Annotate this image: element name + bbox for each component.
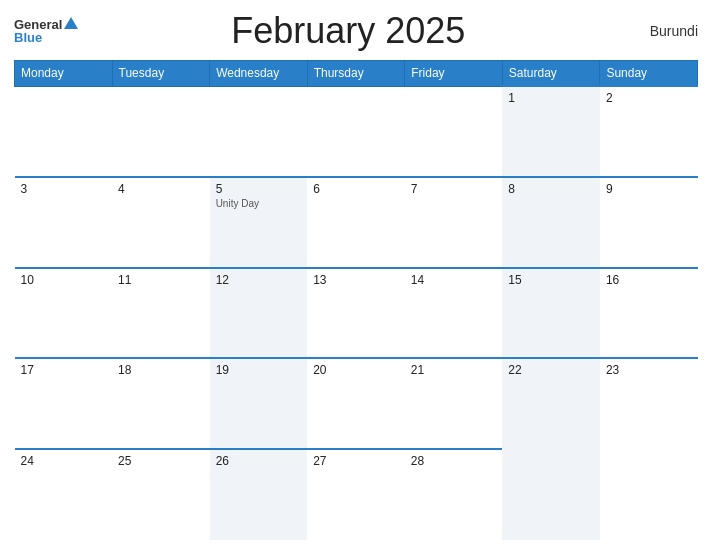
calendar-cell: 18 [112, 358, 210, 449]
calendar-week-row: 10111213141516 [15, 268, 698, 359]
header-saturday: Saturday [502, 61, 600, 87]
country-label: Burundi [618, 23, 698, 39]
logo-blue-text: Blue [14, 31, 42, 44]
holiday-label: Unity Day [216, 198, 302, 209]
calendar-cell: 9 [600, 177, 698, 268]
day-number: 19 [216, 363, 302, 377]
calendar-cell: 26 [210, 449, 308, 540]
calendar-cell: 3 [15, 177, 113, 268]
calendar-cell: 24 [15, 449, 113, 540]
calendar-cell: 14 [405, 268, 503, 359]
calendar-cell: 25 [112, 449, 210, 540]
day-number: 17 [21, 363, 107, 377]
calendar-cell: 28 [405, 449, 503, 540]
calendar-table: Monday Tuesday Wednesday Thursday Friday… [14, 60, 698, 540]
calendar-cell: 23 [600, 358, 698, 449]
calendar-cell: 8 [502, 177, 600, 268]
day-number: 27 [313, 454, 399, 468]
calendar-cell: 12 [210, 268, 308, 359]
calendar-cell: 10 [15, 268, 113, 359]
calendar-cell: 7 [405, 177, 503, 268]
day-number: 13 [313, 273, 399, 287]
header-tuesday: Tuesday [112, 61, 210, 87]
calendar-cell [112, 86, 210, 177]
calendar-cell: 22 [502, 358, 600, 449]
header-friday: Friday [405, 61, 503, 87]
calendar-cell: 11 [112, 268, 210, 359]
calendar-cell: 2 [600, 86, 698, 177]
day-number: 24 [21, 454, 107, 468]
day-number: 5 [216, 182, 302, 196]
calendar-cell: 15 [502, 268, 600, 359]
day-number: 2 [606, 91, 692, 105]
day-number: 1 [508, 91, 594, 105]
calendar-page: General Blue February 2025 Burundi Monda… [0, 0, 712, 550]
day-number: 16 [606, 273, 692, 287]
day-number: 8 [508, 182, 594, 196]
calendar-cell: 27 [307, 449, 405, 540]
day-number: 25 [118, 454, 204, 468]
calendar-cell: 5Unity Day [210, 177, 308, 268]
calendar-week-row: 2425262728 [15, 449, 698, 540]
day-number: 28 [411, 454, 497, 468]
calendar-cell [405, 86, 503, 177]
calendar-cell: 21 [405, 358, 503, 449]
day-number: 23 [606, 363, 692, 377]
day-number: 18 [118, 363, 204, 377]
logo: General Blue [14, 18, 78, 44]
calendar-cell: 19 [210, 358, 308, 449]
calendar-cell: 4 [112, 177, 210, 268]
calendar-cell [307, 86, 405, 177]
day-number: 15 [508, 273, 594, 287]
day-number: 26 [216, 454, 302, 468]
day-number: 6 [313, 182, 399, 196]
calendar-week-row: 345Unity Day6789 [15, 177, 698, 268]
calendar-cell: 13 [307, 268, 405, 359]
header-monday: Monday [15, 61, 113, 87]
calendar-cell [502, 449, 600, 540]
calendar-cell [210, 86, 308, 177]
calendar-header: General Blue February 2025 Burundi [14, 10, 698, 52]
days-header-row: Monday Tuesday Wednesday Thursday Friday… [15, 61, 698, 87]
header-wednesday: Wednesday [210, 61, 308, 87]
day-number: 20 [313, 363, 399, 377]
calendar-cell [600, 449, 698, 540]
day-number: 3 [21, 182, 107, 196]
calendar-cell: 1 [502, 86, 600, 177]
day-number: 11 [118, 273, 204, 287]
day-number: 22 [508, 363, 594, 377]
calendar-cell: 17 [15, 358, 113, 449]
logo-triangle-icon [64, 17, 78, 29]
day-number: 4 [118, 182, 204, 196]
day-number: 21 [411, 363, 497, 377]
header-thursday: Thursday [307, 61, 405, 87]
calendar-week-row: 17181920212223 [15, 358, 698, 449]
day-number: 7 [411, 182, 497, 196]
header-sunday: Sunday [600, 61, 698, 87]
calendar-cell: 20 [307, 358, 405, 449]
calendar-cell [15, 86, 113, 177]
day-number: 12 [216, 273, 302, 287]
calendar-cell: 16 [600, 268, 698, 359]
calendar-title: February 2025 [78, 10, 618, 52]
calendar-cell: 6 [307, 177, 405, 268]
day-number: 9 [606, 182, 692, 196]
day-number: 14 [411, 273, 497, 287]
day-number: 10 [21, 273, 107, 287]
calendar-week-row: 12 [15, 86, 698, 177]
